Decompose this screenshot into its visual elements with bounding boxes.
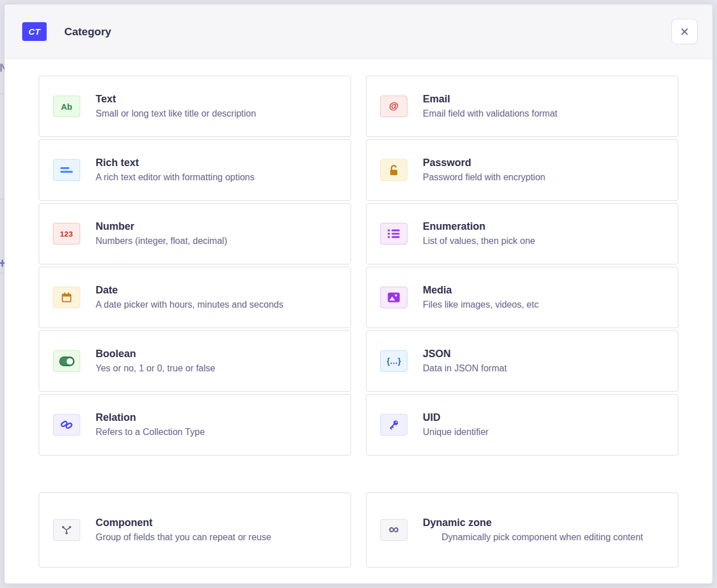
field-card-date[interactable]: Date A date picker with hours, minutes a…: [39, 267, 351, 328]
field-title: JSON: [423, 347, 664, 361]
field-card-text[interactable]: Ab Text Small or long text like title or…: [39, 76, 351, 137]
field-title: Email: [423, 93, 664, 106]
field-description: Password field with encryption: [423, 171, 664, 184]
field-title: Date: [96, 284, 337, 297]
field-type-grid: Ab Text Small or long text like title or…: [39, 76, 678, 456]
field-description: Unique identifier: [423, 425, 664, 438]
field-description: Data in JSON format: [423, 362, 664, 375]
picture-icon: [380, 287, 407, 308]
field-description: A date picker with hours, minutes and se…: [96, 298, 337, 311]
field-card-media[interactable]: Media Files like images, videos, etc: [366, 267, 678, 328]
field-title: Dynamic zone: [423, 516, 664, 529]
field-card-dynamic-zone[interactable]: ∞ Dynamic zone Dynamically pick componen…: [366, 492, 678, 568]
braces-icon: {…}: [380, 350, 407, 372]
field-card-number[interactable]: 123 Number Numbers (integer, float, deci…: [39, 203, 351, 264]
field-title: Password: [423, 156, 664, 169]
field-title: Number: [96, 220, 337, 233]
field-card-json[interactable]: {…} JSON Data in JSON format: [366, 330, 678, 392]
field-description: Refers to a Collection Type: [96, 425, 337, 438]
field-card-component[interactable]: Component Group of fields that you can r…: [39, 492, 351, 568]
calendar-icon: [53, 287, 80, 308]
padlock-icon: [380, 159, 407, 181]
modal-title: Category: [64, 26, 111, 38]
field-card-email[interactable]: @ Email Email field with validations for…: [366, 76, 678, 137]
field-title: Media: [423, 284, 664, 297]
field-title: Boolean: [96, 347, 337, 361]
field-title: Enumeration: [423, 220, 664, 233]
numbers-icon: 123: [53, 223, 80, 245]
text-lines-icon: [53, 159, 80, 181]
field-title: Rich text: [96, 156, 337, 169]
field-title: UID: [423, 411, 664, 424]
chain-link-icon: [53, 414, 80, 436]
field-card-enumeration[interactable]: Enumeration List of values, then pick on…: [366, 203, 678, 264]
field-description: Group of fields that you can repeat or r…: [96, 531, 337, 544]
field-description: List of values, then pick one: [423, 234, 664, 247]
field-description: Dynamically pick component when editing …: [423, 531, 664, 544]
field-description: Numbers (integer, float, decimal): [96, 234, 337, 247]
field-description: Yes or no, 1 or 0, true or false: [96, 362, 337, 375]
field-card-rich-text[interactable]: Rich text A rich text editor with format…: [39, 139, 351, 201]
background-divider: [0, 273, 5, 274]
advanced-field-type-grid: Component Group of fields that you can r…: [39, 492, 678, 568]
field-card-uid[interactable]: UID Unique identifier: [366, 394, 678, 456]
background-divider: [0, 94, 5, 94]
field-card-password[interactable]: Password Password field with encryption: [366, 139, 678, 201]
select-field-modal: CT Category ✕ Ab Text Small or long text…: [5, 5, 712, 583]
field-description: Small or long text like title or descrip…: [96, 107, 337, 120]
field-description: Files like images, videos, etc: [423, 298, 664, 311]
field-card-relation[interactable]: Relation Refers to a Collection Type: [39, 394, 351, 456]
field-title: Relation: [96, 411, 337, 424]
toggle-icon: [53, 350, 80, 372]
field-description: Email field with validations format: [423, 107, 664, 120]
field-title: Text: [96, 93, 337, 106]
close-button[interactable]: ✕: [671, 19, 698, 44]
field-card-boolean[interactable]: Boolean Yes or no, 1 or 0, true or false: [39, 330, 351, 392]
field-title: Component: [96, 516, 337, 529]
infinity-icon: ∞: [380, 519, 407, 541]
at-sign-icon: @: [380, 96, 407, 117]
ab-text-icon: Ab: [53, 96, 80, 117]
modal-header: CT Category ✕: [5, 5, 712, 59]
background-divider: [0, 199, 5, 200]
collection-type-badge: CT: [22, 22, 47, 41]
field-description: A rich text editor with formatting optio…: [96, 171, 337, 184]
component-nodes-icon: [53, 519, 80, 541]
modal-body: Ab Text Small or long text like title or…: [5, 59, 712, 568]
close-icon: ✕: [680, 26, 690, 38]
key-icon: [380, 414, 407, 436]
bullet-list-icon: [380, 223, 407, 245]
